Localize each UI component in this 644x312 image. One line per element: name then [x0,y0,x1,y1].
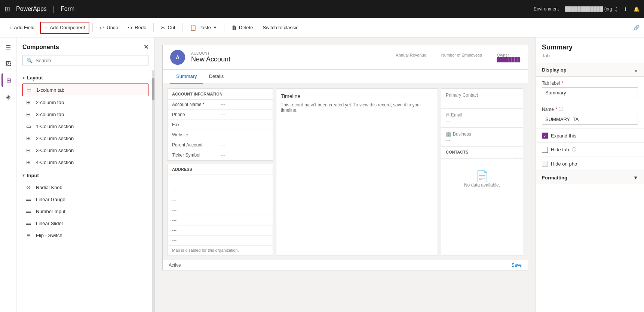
cut-button[interactable]: ✂ Cut [157,22,179,33]
component-linear-gauge-label: Linear Gauge [36,197,65,202]
hide-tab-label: Hide tab [551,147,569,152]
nav-grid-icon[interactable]: ⊞ [1,73,15,87]
input-section-header[interactable]: ▾ Input [22,173,148,178]
component-linear-slider[interactable]: ▬ Linear Slider [22,217,148,229]
timeline-title: Timeline [281,93,433,99]
timeline-section: Timeline This record hasn't been created… [276,88,438,255]
component-linear-gauge[interactable]: ▬ Linear Gauge [22,193,148,205]
toolbar-separator-2 [153,23,154,32]
3col-tab-icon: ⊟ [25,111,32,117]
1col-tab-icon: ▭ [25,87,33,93]
add-component-button[interactable]: + Add Component [40,22,89,34]
radial-knob-icon: ⊙ [25,184,32,190]
undo-icon: ↩ [100,25,104,31]
paste-icon: 📋 [190,25,196,31]
no-data-contacts: 📄 No data available. [441,159,523,199]
component-2col-section[interactable]: ⊞ 2-Column section [22,132,148,144]
toolbar: + Add Field + Add Component ↩ Undo ↪ Red… [0,18,644,37]
grid-icon[interactable]: ⊞ [4,5,10,13]
panel-close-button[interactable]: ✕ [144,43,148,51]
paste-button[interactable]: 📋 Paste ▼ [186,22,221,33]
expand-checkbox[interactable]: ✓ [542,133,548,139]
right-section: Primary Contact --- ✉ Email --- 🏢 Bu [441,88,523,255]
download-icon[interactable]: ⬇ [623,6,628,12]
no-data-icon: 📄 [476,170,489,182]
hide-phone-checkbox[interactable] [542,161,548,167]
hide-phone-row[interactable]: Hide on pho [536,157,644,171]
env-label: Environment [534,6,559,12]
component-1col-tab[interactable]: ▭ 1-column tab [22,84,148,96]
address-field-6: --- [168,225,273,236]
nav-component-icon[interactable]: ◈ [1,90,15,103]
name-input[interactable] [542,114,638,125]
toolbar-right: 🔗 [634,25,640,30]
layout-section-header[interactable]: ▾ Layout [22,75,148,81]
share-icon[interactable]: 🔗 [634,25,640,30]
display-options-chevron: ▲ [634,68,638,72]
component-4col-section[interactable]: ⊞ 4-Column section [22,156,148,168]
panel-scroll-wrap: ▾ Layout ▭ 1-column tab ⊞ 2-column tab ⊟… [16,70,154,312]
tab-details[interactable]: Details [203,70,230,84]
scrollbar-thumb[interactable] [152,78,154,100]
layout-section-label: Layout [27,75,43,81]
map-disabled: Map is disabled for this organization. [168,246,273,255]
account-info: ACCOUNT New Account [191,51,390,63]
form-canvas: A ACCOUNT New Account Annual Revenue ---… [162,45,528,270]
rp-title: Summary [536,37,644,53]
nav-image-icon[interactable]: 🖼 [1,57,15,70]
main-layout: ☰ 🖼 ⊞ ◈ Components ✕ 🔍 ▾ Layout ▭ 1-colu… [0,37,644,312]
rp-subtitle: Tab [536,53,644,63]
footer-save[interactable]: Save [512,263,522,268]
component-3col-section[interactable]: ⊟ 3-Column section [22,144,148,156]
address-section: ADDRESS --- --- --- --- --- --- --- Map … [167,164,273,255]
component-number-input[interactable]: ▬ Number Input [22,205,148,217]
component-1col-section[interactable]: ▭ 1-Column section [22,120,148,132]
contacts-more-button[interactable]: ... [514,150,518,155]
search-box[interactable]: 🔍 [22,55,148,66]
annual-revenue-field: Annual Revenue --- [396,53,426,62]
primary-contact-label: Primary Contact [446,93,518,98]
env-value: ████████████ (org...) [565,6,617,12]
component-3col-tab[interactable]: ⊟ 3-column tab [22,108,148,120]
paste-dropdown-icon[interactable]: ▼ [213,25,217,30]
component-2col-tab[interactable]: ⊞ 2-column tab [22,96,148,108]
expand-this-row[interactable]: ✓ Expand this [536,129,644,143]
component-number-input-label: Number Input [36,209,65,214]
switch-classic-button[interactable]: Switch to classic [258,22,302,33]
redo-icon: ↪ [128,25,132,31]
canvas-area: A ACCOUNT New Account Annual Revenue ---… [155,37,536,312]
undo-button[interactable]: ↩ Undo [96,22,122,33]
1col-section-icon: ▭ [25,123,32,129]
toolbar-separator-1 [92,23,93,32]
plus-icon-component: + [45,25,47,31]
input-chevron-icon: ▾ [22,173,25,178]
hide-tab-checkbox[interactable] [542,147,548,153]
address-field-7: --- [168,236,273,246]
formatting-section-header[interactable]: Formatting ▼ [536,171,644,184]
toolbar-separator-4 [224,23,224,32]
top-bar-separator: | [53,5,55,13]
scrollbar-track[interactable] [152,70,154,312]
search-input[interactable] [36,58,144,63]
component-radial-knob[interactable]: ⊙ Radial Knob [22,181,148,193]
tab-label-input[interactable] [542,87,638,98]
component-flip-switch[interactable]: ≡ Flip - Switch [22,229,148,241]
panel-title: Components [22,44,59,51]
tab-summary[interactable]: Summary [170,70,203,84]
email-block: ✉ Email --- [441,109,523,128]
flip-switch-icon: ≡ [25,232,32,238]
add-field-button[interactable]: + Add Field [4,22,39,33]
cut-icon: ✂ [161,25,165,31]
hide-tab-row[interactable]: Hide tab ⓘ [536,143,644,157]
form-header-fields: Annual Revenue --- Number of Employees -… [396,53,520,62]
delete-button[interactable]: 🗑 Delete [227,22,257,33]
name-info-icon: ⓘ [559,106,563,112]
display-options-header[interactable]: Display op ▲ [536,63,644,77]
field-website: Website --- [168,130,273,140]
form-header: A ACCOUNT New Account Annual Revenue ---… [163,45,528,70]
top-bar-right: Environment ████████████ (org...) ⬇ 🔔 [534,6,640,12]
bell-icon[interactable]: 🔔 [634,6,640,12]
expand-label: Expand this [551,133,576,139]
redo-button[interactable]: ↪ Redo [124,22,150,33]
nav-menu-icon[interactable]: ☰ [1,40,15,54]
